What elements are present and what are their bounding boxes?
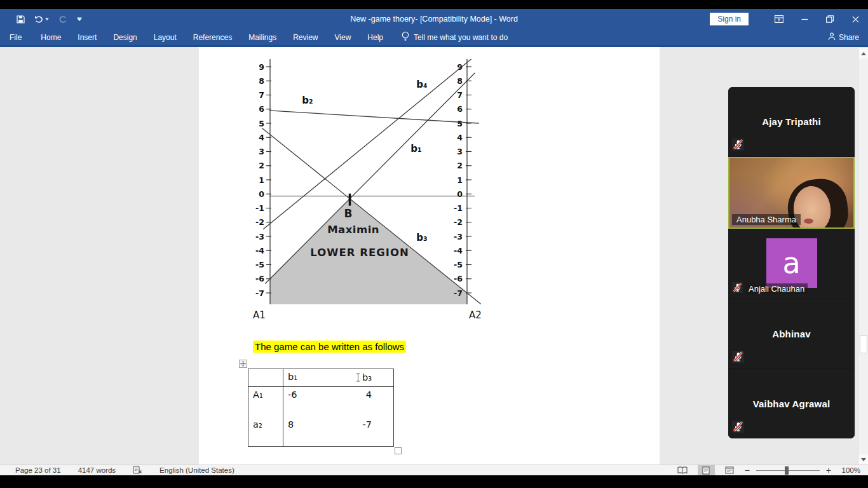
participant-name: Abhinav [772,329,811,339]
participant-tile-vaibhav[interactable]: Vaibhav Agrawal [728,369,855,438]
svg-text:3: 3 [457,147,463,156]
participant-name: Ajay Tripathi [762,116,821,127]
svg-text:A2: A2 [469,309,482,321]
share-button[interactable]: Share [828,32,859,43]
table-header-corner[interactable] [248,369,283,387]
proofing-icon[interactable] [133,466,142,475]
highlighted-sentence[interactable]: The game can be written as follows [253,341,406,353]
tell-me-box[interactable]: Tell me what you want to do [391,31,508,43]
svg-text:-1: -1 [454,203,463,213]
svg-text:-6: -6 [454,274,463,283]
sign-in-button[interactable]: Sign in [710,13,749,25]
svg-text:8: 8 [457,76,463,86]
table-cell-A1-b1[interactable]: -6 [283,387,337,417]
svg-text:-4: -4 [454,246,463,255]
svg-text:8: 8 [259,76,264,86]
game-theory-graph[interactable]: 99887766554433221100-1-1-2-2-3-3-4-4-5-5… [245,59,486,326]
share-label: Share [839,33,859,42]
table-resize-handle[interactable] [395,447,402,454]
minimize-icon[interactable] [792,9,817,29]
table-header-b3-cell[interactable]: b₃ [337,369,393,387]
table-move-handle[interactable] [239,360,247,368]
zoom-level[interactable]: 100% [837,466,860,474]
zoom-out-icon[interactable]: − [745,466,750,475]
table-cell-A1-b3[interactable]: 4 [337,387,393,417]
svg-text:1: 1 [259,175,264,185]
bottom-black-strip [0,475,868,488]
participant-tile-anubha-video[interactable]: Anubha Sharma [728,157,855,229]
tab-help[interactable]: Help [359,29,391,46]
redo-icon[interactable] [58,15,67,23]
text-cursor [356,373,360,384]
zoom-slider-thumb[interactable] [785,466,789,475]
ribbon-tab-bar: File Home Insert Design Layout Reference… [0,29,868,47]
top-black-strip [0,0,868,9]
muted-mic-icon [732,421,744,435]
svg-text:3: 3 [259,147,264,156]
participant-tile-ajay[interactable]: Ajay Tripathi [728,87,855,156]
zoom-in-icon[interactable]: + [826,466,831,475]
print-layout-icon[interactable] [698,465,715,475]
scroll-down-icon[interactable] [859,454,868,464]
undo-icon[interactable] [34,15,49,23]
lightbulb-icon [402,31,409,43]
participant-tile-abhinav[interactable]: Abhinav [728,299,855,369]
tab-review[interactable]: Review [285,29,326,46]
zoom-slider[interactable] [756,465,820,475]
tab-home[interactable]: Home [32,29,69,46]
close-icon[interactable] [843,9,868,29]
restore-icon[interactable] [817,9,843,29]
tab-insert[interactable]: Insert [69,29,105,46]
save-icon[interactable] [17,15,25,24]
document-page[interactable]: 99887766554433221100-1-1-2-2-3-3-4-4-5-5… [199,47,660,464]
word-count[interactable]: 4147 words [78,466,116,474]
table-cell-a2-b1[interactable]: 8 [283,417,337,446]
table-header-b1[interactable]: b₁ [283,369,337,387]
table-header-b3: b₃ [362,372,372,383]
tab-view[interactable]: View [327,29,360,46]
svg-text:A1: A1 [253,309,266,321]
svg-text:2: 2 [457,161,463,170]
tab-design[interactable]: Design [105,29,145,46]
scrollbar-thumb[interactable] [860,336,867,353]
participant-tile-anjali[interactable]: a Anjali Chauhan [728,229,855,299]
share-person-icon [828,32,836,43]
svg-text:-3: -3 [454,232,463,241]
tab-file[interactable]: File [0,29,32,46]
table-cell-a2-b3[interactable]: -7 [337,417,393,446]
scroll-up-icon[interactable] [859,48,868,58]
page-indicator[interactable]: Page 23 of 31 [15,466,61,474]
tab-references[interactable]: References [185,29,240,46]
avatar: a [766,238,817,288]
screen: New -game thoery- [Compatibility Mode] -… [0,0,868,488]
svg-text:7: 7 [259,90,264,100]
table-row-label-A1[interactable]: A₁ [248,387,283,417]
title-bar: New -game thoery- [Compatibility Mode] -… [0,9,868,29]
vertical-scrollbar[interactable] [859,48,868,464]
quick-access-toolbar [17,9,82,29]
svg-text:b₁: b₁ [410,143,421,154]
svg-text:-6: -6 [255,274,264,283]
meeting-participants-panel: Ajay Tripathi Anubha Sharma a Anjali Cha… [728,87,855,438]
muted-mic-icon [732,139,744,153]
svg-text:5: 5 [457,119,463,128]
svg-text:0: 0 [259,189,264,199]
tab-layout[interactable]: Layout [146,29,185,46]
participant-name: Vaibhav Agrawal [753,398,831,409]
web-layout-icon[interactable] [721,465,738,475]
ribbon-display-options-icon[interactable] [766,9,792,29]
svg-text:9: 9 [259,62,264,72]
svg-text:4: 4 [457,133,463,142]
tab-mailings[interactable]: Mailings [240,29,285,46]
game-matrix-table: b₁ b₃ A₁ -6 4 a₂ 8 -7 [248,369,394,447]
read-mode-icon[interactable] [674,465,691,475]
svg-text:-7: -7 [255,288,264,298]
svg-text:0: 0 [457,189,463,199]
svg-text:2: 2 [259,161,264,170]
language-indicator[interactable]: English (United States) [159,466,234,474]
customize-qat-icon[interactable] [77,17,82,21]
svg-text:-3: -3 [255,232,264,241]
table-row-label-a2[interactable]: a₂ [248,417,283,446]
status-bar: Page 23 of 31 4147 words English (United… [0,464,868,475]
video-lips-shape [804,219,813,224]
